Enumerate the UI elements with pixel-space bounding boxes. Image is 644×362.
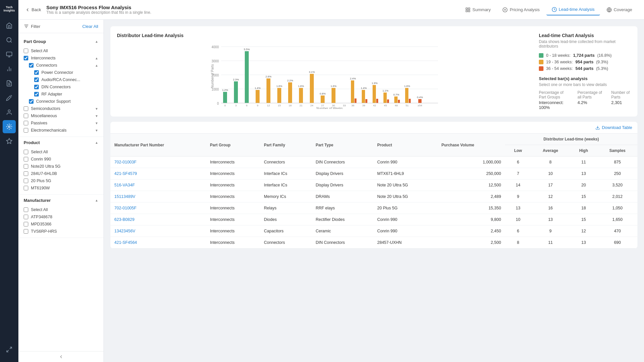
bar-39-orange[interactable] (362, 90, 365, 103)
nav-analytics[interactable] (3, 62, 16, 75)
bar-ge54-red[interactable] (418, 99, 422, 103)
electromechanicals-toggle-icon[interactable]: ▼ (95, 129, 98, 132)
bar-3-green[interactable] (234, 81, 238, 103)
nav-reports[interactable] (3, 77, 16, 90)
bar-21-orange[interactable] (299, 88, 303, 103)
checkbox-electromechanicals[interactable] (24, 128, 28, 133)
label-mpd35366[interactable]: MPD35366 (31, 222, 52, 226)
filter-section-manufacturer-header[interactable]: Manufacturer ▲ (18, 195, 104, 206)
bar-6-green[interactable] (245, 51, 249, 103)
bar-15-orange[interactable] (277, 88, 281, 103)
label-mt6190w[interactable]: MT6190W (31, 186, 50, 190)
label-284u7[interactable]: 284U7-6HL0B (31, 171, 57, 176)
checkbox-passives[interactable] (24, 121, 28, 125)
passives-toggle-icon[interactable]: ▼ (95, 121, 98, 125)
label-power-connector[interactable]: Power Connector (41, 70, 73, 75)
checkbox-select-all-pg[interactable] (24, 49, 28, 53)
checkbox-tvs6rp[interactable] (24, 229, 28, 234)
checkbox-power-connector[interactable] (34, 70, 39, 75)
bar-42-red[interactable] (376, 99, 378, 103)
checkbox-audio-rca[interactable] (34, 77, 39, 82)
label-rf-adapter[interactable]: RF Adapter (41, 92, 62, 96)
checkbox-rf-adapter[interactable] (34, 92, 39, 96)
label-select-all-pg[interactable]: Select All (31, 49, 48, 53)
bar-27-orange[interactable] (321, 96, 325, 103)
checkbox-connector-support[interactable] (29, 99, 34, 104)
label-tvs6rp[interactable]: TVS6RP-HRS (31, 229, 57, 234)
semiconductors-toggle-icon[interactable]: ▼ (95, 107, 98, 111)
label-interconnects[interactable]: Interconnects (31, 56, 56, 60)
bar-36-orange[interactable] (351, 80, 354, 103)
clear-all-button[interactable]: Clear All (82, 24, 98, 29)
bar-45-red[interactable] (387, 99, 389, 103)
label-passives[interactable]: Passives (31, 121, 47, 125)
bar-51-orange[interactable] (405, 88, 408, 103)
checkbox-mt6190w[interactable] (24, 186, 28, 190)
checkbox-mpd35366[interactable] (24, 222, 28, 226)
nav-person[interactable] (3, 106, 16, 119)
bar-18-orange[interactable] (288, 82, 292, 103)
tab-coverage[interactable]: Coverage (601, 5, 637, 15)
bar-45-orange[interactable] (383, 93, 387, 103)
bar-42-orange[interactable] (373, 85, 376, 103)
label-connector-support[interactable]: Connector Support (36, 99, 71, 104)
bar-36-red[interactable] (355, 98, 356, 103)
bar-48-red[interactable] (398, 100, 400, 103)
label-semiconductors[interactable]: Semiconductors (31, 106, 60, 111)
nav-draw[interactable] (3, 91, 16, 104)
label-conrin990[interactable]: Conrin 990 (31, 157, 51, 161)
filter-section-part-group-header[interactable]: Part Group ▲ (18, 36, 104, 47)
label-electromechanicals[interactable]: Electromechanicals (31, 128, 66, 133)
label-connectors[interactable]: Connectors (36, 63, 57, 68)
label-select-all-mfr[interactable]: Select All (31, 207, 48, 212)
nav-star[interactable] (3, 135, 16, 148)
checkbox-interconnects[interactable] (24, 56, 28, 60)
svg-text:0.7%: 0.7% (393, 93, 399, 96)
nav-expand[interactable] (3, 343, 16, 356)
checkbox-select-all-prod[interactable] (24, 150, 28, 154)
checkbox-din-connectors[interactable] (34, 85, 39, 89)
bar-48-orange[interactable] (394, 96, 398, 103)
bar-30-orange[interactable] (332, 88, 335, 103)
bar-12-orange[interactable] (266, 78, 270, 103)
checkbox-284u7[interactable] (24, 171, 28, 176)
connectors-toggle-icon[interactable]: ▲ (95, 64, 98, 67)
tab-summary[interactable]: Summary (460, 5, 496, 15)
label-din-connectors[interactable]: DIN Connectors (41, 85, 71, 89)
checkbox-select-all-mfr[interactable] (24, 207, 28, 212)
label-miscellaneous[interactable]: Miscellaneous (31, 114, 57, 118)
label-note20ultra[interactable]: Note20 Ultra 5G (31, 164, 60, 169)
filter-item-mt6190w: MT6190W (24, 184, 98, 192)
bar-0-green[interactable] (223, 92, 227, 103)
label-audio-rca[interactable]: Audio/RCA Connec... (41, 77, 80, 82)
chevron-up-icon-product: ▲ (95, 141, 98, 144)
back-button[interactable]: Back (25, 7, 41, 12)
td-product: MTX671-6HL9 (373, 168, 437, 180)
download-table-button[interactable]: Download Table (595, 125, 632, 130)
sidebar-collapse-button[interactable] (18, 351, 104, 362)
filter-item-select-all-mfr: Select All (24, 206, 98, 213)
checkbox-20plus5g[interactable] (24, 179, 28, 183)
checkbox-note20ultra[interactable] (24, 164, 28, 169)
checkbox-miscellaneous[interactable] (24, 114, 28, 118)
miscellaneous-toggle-icon[interactable]: ▼ (95, 114, 98, 118)
bar-24-orange[interactable] (310, 74, 314, 103)
nav-products[interactable] (3, 48, 16, 61)
nav-current[interactable] (3, 120, 16, 133)
bar-39-red[interactable] (365, 99, 367, 103)
nav-home[interactable] (3, 19, 16, 32)
label-atp348678[interactable]: ATP348678 (31, 215, 52, 219)
checkbox-connectors[interactable] (29, 63, 34, 68)
checkbox-atp348678[interactable] (24, 215, 28, 219)
tab-pricing[interactable]: Pricing Analysis (497, 5, 545, 15)
nav-search[interactable] (3, 33, 16, 47)
label-20plus5g[interactable]: 20 Plus 5G (31, 179, 51, 183)
tab-leadtime[interactable]: Lead-time Analysis (546, 4, 600, 15)
label-select-all-prod[interactable]: Select All (31, 150, 48, 154)
interconnects-toggle-icon[interactable]: ▲ (95, 56, 98, 60)
filter-section-product-header[interactable]: Product ▲ (18, 137, 104, 148)
bar-9-orange[interactable] (256, 90, 260, 103)
bar-51-red[interactable] (409, 99, 411, 103)
checkbox-semiconductors[interactable] (24, 106, 28, 111)
checkbox-conrin990[interactable] (24, 157, 28, 161)
